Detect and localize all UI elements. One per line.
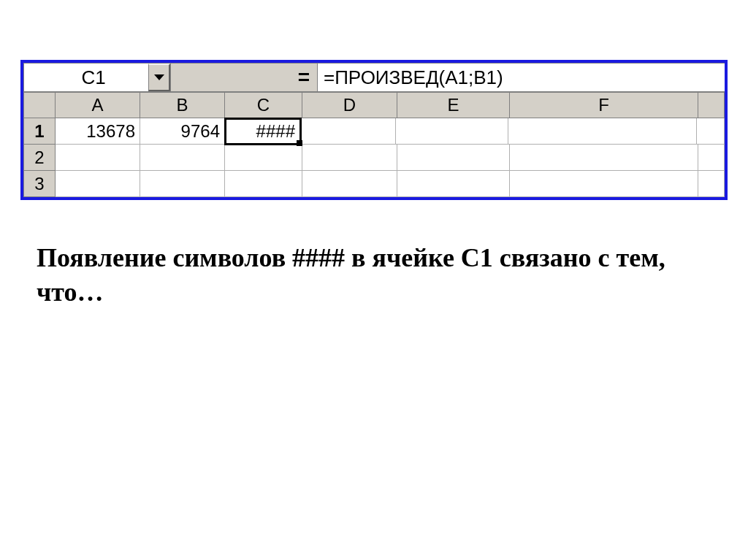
formula-label-area: = (171, 63, 317, 91)
column-header-E[interactable]: E (397, 92, 510, 118)
spreadsheet-window: C1 = =ПРОИЗВЕД(A1;B1) A B C D E F 1 1367… (20, 60, 728, 200)
column-header-C[interactable]: C (225, 92, 302, 118)
grid: A B C D E F 1 13678 9764 #### 2 (23, 92, 725, 197)
row-header-2[interactable]: 2 (23, 145, 56, 171)
cell-F1[interactable] (508, 118, 697, 145)
column-header-D[interactable]: D (302, 92, 397, 118)
row-3: 3 (23, 171, 725, 197)
cell-E3[interactable] (397, 171, 510, 197)
svg-marker-0 (154, 74, 164, 80)
select-all-corner[interactable] (23, 92, 56, 118)
cell-B3[interactable] (140, 171, 225, 197)
row-header-3[interactable]: 3 (23, 171, 56, 197)
cell-end-3 (698, 171, 725, 197)
name-box-text: C1 (24, 64, 148, 91)
cell-A3[interactable] (56, 171, 140, 197)
row-2: 2 (23, 145, 725, 171)
cell-E1[interactable] (396, 118, 508, 145)
column-header-row: A B C D E F (23, 92, 725, 118)
cell-D3[interactable] (302, 171, 397, 197)
formula-bar: C1 = =ПРОИЗВЕД(A1;B1) (23, 63, 725, 92)
chevron-down-icon (154, 74, 164, 80)
row-header-1[interactable]: 1 (23, 118, 56, 145)
name-box-dropdown-button[interactable] (148, 64, 170, 91)
column-header-B[interactable]: B (140, 92, 225, 118)
row-1: 1 13678 9764 #### (23, 118, 725, 145)
cell-B1[interactable]: 9764 (140, 118, 225, 145)
cell-F2[interactable] (510, 145, 698, 171)
cell-D2[interactable] (302, 145, 397, 171)
cell-C2[interactable] (225, 145, 302, 171)
cell-end-1 (697, 118, 725, 145)
formula-input[interactable]: =ПРОИЗВЕД(A1;B1) (317, 63, 725, 91)
column-header-A[interactable]: A (56, 92, 140, 118)
cell-A2[interactable] (56, 145, 140, 171)
cell-C1[interactable]: #### (224, 118, 302, 145)
question-text: Появление символов #### в ячейке С1 связ… (37, 241, 672, 310)
column-header-F[interactable]: F (510, 92, 698, 118)
cell-E2[interactable] (397, 145, 510, 171)
name-box[interactable]: C1 (23, 63, 171, 91)
cell-C3[interactable] (225, 171, 302, 197)
cell-A1[interactable]: 13678 (56, 118, 140, 145)
cell-end-2 (698, 145, 725, 171)
cell-F3[interactable] (510, 171, 698, 197)
equals-label: = (298, 66, 310, 89)
cell-B2[interactable] (140, 145, 225, 171)
column-header-end (698, 92, 725, 118)
cell-D1[interactable] (301, 118, 396, 145)
